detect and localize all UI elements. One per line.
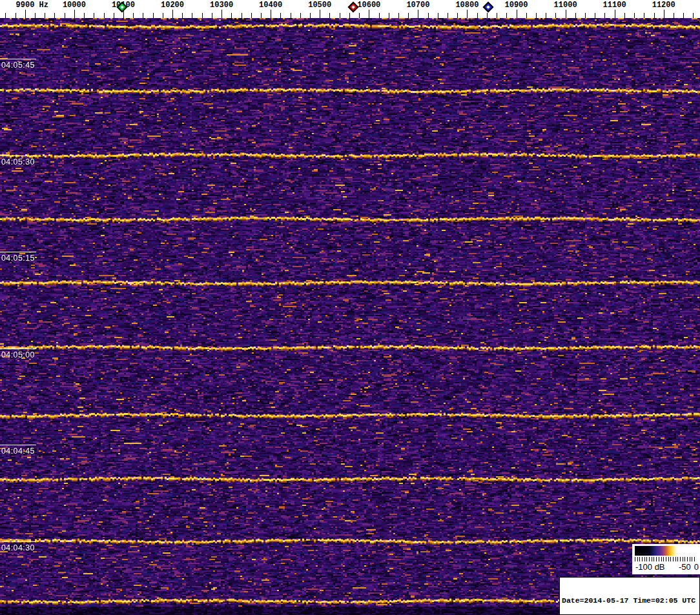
ruler-tick xyxy=(192,13,192,18)
legend-tick xyxy=(635,557,635,561)
legend-tick xyxy=(692,557,692,561)
ruler-tick xyxy=(35,13,36,18)
frequency-ruler[interactable]: 9900 Hz100001010010200103001040010500106… xyxy=(0,0,700,18)
ruler-tick xyxy=(340,13,340,18)
ruler-tick xyxy=(15,13,16,18)
ruler-tick-label: 10900 xyxy=(504,1,528,10)
legend-tick xyxy=(677,557,678,561)
ruler-tick xyxy=(320,10,320,18)
legend-tick xyxy=(661,557,662,561)
time-tick xyxy=(0,445,36,445)
ruler-tick xyxy=(487,13,488,18)
ruler-tick-label: 11100 xyxy=(603,1,626,10)
ruler-tick-label: 10800 xyxy=(455,1,479,10)
legend-tick xyxy=(646,557,647,561)
time-tick xyxy=(0,156,36,156)
legend-tick xyxy=(642,557,643,561)
ruler-tick xyxy=(634,13,635,18)
ruler-tick xyxy=(65,13,65,18)
legend-label-min: -100 dB xyxy=(635,562,665,572)
ruler-tick xyxy=(595,13,595,18)
ruler-tick xyxy=(585,13,586,18)
time-label: 04:04:45 xyxy=(1,447,35,456)
time-label: 04:05:30 xyxy=(1,157,35,166)
ruler-tick xyxy=(438,13,438,18)
legend-tick xyxy=(690,557,690,561)
ruler-tick xyxy=(143,13,143,18)
marker-blue[interactable] xyxy=(482,2,493,13)
ruler-tick xyxy=(310,13,311,18)
ruler-tick xyxy=(221,10,222,18)
ruler-tick xyxy=(45,13,45,18)
legend-tick xyxy=(670,557,671,561)
ruler-tick xyxy=(291,13,291,18)
ruler-tick xyxy=(428,13,429,18)
ruler-tick xyxy=(172,10,173,18)
ruler-tick xyxy=(517,10,517,18)
time-tick xyxy=(0,541,36,542)
legend-tick xyxy=(649,557,650,561)
legend-tick xyxy=(652,557,652,561)
ruler-tick xyxy=(477,13,478,18)
ruler-tick xyxy=(280,13,281,18)
ruler-tick xyxy=(664,10,664,18)
ruler-tick xyxy=(379,13,380,18)
time-tick xyxy=(0,59,36,59)
ruler-tick xyxy=(133,13,134,18)
ruler-tick xyxy=(359,13,360,18)
ruler-tick xyxy=(408,13,409,18)
legend-tick xyxy=(663,557,664,561)
legend-tick xyxy=(637,557,638,561)
ruler-tick xyxy=(536,13,537,18)
legend-tick xyxy=(675,557,676,561)
ruler-tick-label: 10300 xyxy=(210,1,233,10)
ruler-tick-label: 9900 Hz xyxy=(16,1,48,10)
ruler-tick xyxy=(114,13,114,18)
legend-label-mid: -50 xyxy=(679,562,691,572)
ruler-tick xyxy=(54,13,55,18)
waterfall-spectrogram-display xyxy=(0,18,700,615)
time-label: 04:05:15 xyxy=(1,254,35,263)
ruler-tick xyxy=(182,13,183,18)
legend-tick xyxy=(683,557,683,561)
ruler-tick xyxy=(683,13,684,18)
ruler-tick-label: 10700 xyxy=(406,1,429,10)
legend-tick xyxy=(654,557,654,561)
ruler-tick xyxy=(654,13,655,18)
ruler-tick xyxy=(163,13,163,18)
legend-label-max: 0 xyxy=(694,562,699,572)
legend-tick xyxy=(685,557,685,561)
ruler-tick xyxy=(300,13,301,18)
ruler-tick xyxy=(261,13,262,18)
ruler-tick xyxy=(202,13,203,18)
ruler-tick xyxy=(398,13,399,18)
marker-center-dot xyxy=(120,5,124,9)
color-gradient-bar xyxy=(635,546,694,556)
ruler-tick xyxy=(467,10,468,18)
ruler-tick xyxy=(575,13,576,18)
ruler-tick xyxy=(153,13,154,18)
legend-tick xyxy=(639,557,640,561)
marker-center-dot xyxy=(351,5,355,9)
legend-tick xyxy=(694,557,695,561)
legend-tick xyxy=(668,557,669,561)
ruler-tick xyxy=(693,13,694,18)
ruler-tick-label: 10200 xyxy=(161,1,184,10)
ruler-tick xyxy=(448,13,448,18)
ruler-tick xyxy=(74,10,75,18)
ruler-tick xyxy=(604,13,605,18)
ruler-tick xyxy=(457,13,458,18)
ruler-tick-label: 10400 xyxy=(259,1,282,10)
status-info-box: Date=2014-05-17 Time=02:05 UTC Freq=143 … xyxy=(559,577,700,615)
ruler-tick xyxy=(251,13,252,18)
time-tick xyxy=(0,348,36,349)
time-label: 04:05:00 xyxy=(1,350,35,359)
ruler-tick xyxy=(555,13,556,18)
ruler-tick xyxy=(418,10,418,18)
legend-tick xyxy=(680,557,681,561)
ruler-tick xyxy=(526,13,527,18)
legend-tick xyxy=(644,557,645,561)
ruler-tick xyxy=(212,13,212,18)
ruler-tick xyxy=(5,13,6,18)
ruler-tick xyxy=(104,13,105,18)
